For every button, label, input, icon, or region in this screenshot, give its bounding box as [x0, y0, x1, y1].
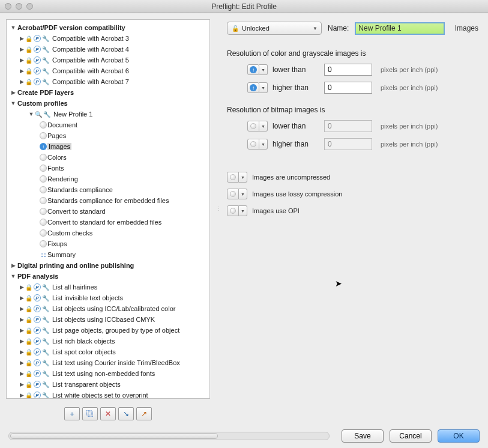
tree-item[interactable]: ▶🔒P🔧Compatible with Acrobat 6 — [8, 65, 209, 76]
tree-item[interactable]: ▶🔒P🔧List rich black objects — [8, 336, 209, 347]
tree-subitem[interactable]: Custom checks — [8, 228, 209, 238]
tree-item[interactable]: ▶🔒P🔧List white objects set to overprint — [8, 390, 209, 399]
tree-group-digital-printing[interactable]: ▶ Digital printing and online publishing — [8, 260, 209, 271]
tree-item[interactable]: ▶🔒P🔧List text using Courier inside Trim/… — [8, 357, 209, 368]
add-button[interactable]: ＋ — [64, 407, 80, 420]
tree-subitem[interactable]: Document — [8, 120, 209, 130]
disclosure-triangle-icon[interactable]: ▶ — [19, 79, 25, 85]
disclosure-triangle-icon[interactable]: ▶ — [19, 68, 25, 74]
tree-item-profile[interactable]: ▼ 🔍 🔧 New Profile 1 — [8, 109, 209, 120]
tree-subitem[interactable]: ↕Images — [8, 141, 209, 152]
tree-group-custom-profiles[interactable]: ▼ Custom profiles — [8, 98, 209, 109]
disclosure-triangle-icon[interactable]: ▼ — [10, 100, 16, 106]
severity-dropdown[interactable]: ▼ — [259, 64, 268, 75]
tree-item[interactable]: ▶🔒P🔧Compatible with Acrobat 7 — [8, 76, 209, 87]
severity-dropdown[interactable]: ▼ — [259, 82, 268, 93]
cancel-button[interactable]: Cancel — [390, 429, 432, 443]
disclosure-triangle-icon[interactable]: ▶ — [19, 381, 25, 387]
tree-subitem[interactable]: Rendering — [8, 174, 209, 184]
tree-item[interactable]: ▶🔒P🔧Compatible with Acrobat 3 — [8, 33, 209, 44]
disclosure-triangle-icon[interactable]: ▶ — [19, 338, 25, 344]
tree-item-label: List rich black objects — [52, 338, 115, 345]
pane-resizer[interactable]: ⋮ — [216, 19, 221, 399]
disclosure-triangle-icon[interactable]: ▼ — [10, 273, 16, 279]
disclosure-triangle-icon[interactable]: ▶ — [19, 360, 25, 366]
severity-button[interactable] — [227, 189, 239, 199]
tree-subitem[interactable]: ☷Summary — [8, 249, 209, 260]
tree-subitem[interactable]: Convert to standard — [8, 206, 209, 217]
profile-icon: P — [34, 359, 41, 366]
duplicate-button[interactable]: ⿻ — [82, 407, 98, 420]
res-color-higher-input[interactable] — [324, 82, 372, 94]
severity-button[interactable]: ↕ — [247, 64, 259, 75]
chk-uncompressed-row: ▼ Images are uncompressed — [227, 172, 478, 183]
tree-item[interactable]: ▶🔒P🔧List spot color objects — [8, 347, 209, 357]
group-label: Digital printing and online publishing — [17, 262, 134, 269]
tree-subitem[interactable]: Standards compliance — [8, 184, 209, 195]
tree-group-pdf-analysis[interactable]: ▼ PDF analysis — [8, 271, 209, 282]
tree-subitem[interactable]: Fixups — [8, 238, 209, 249]
tree-subitem[interactable]: Colors — [8, 152, 209, 163]
lock-icon: 🔒 — [25, 391, 33, 399]
export-button[interactable]: ↗ — [136, 407, 152, 420]
tree-item[interactable]: ▶🔒P🔧List page objects, grouped by type o… — [8, 325, 209, 336]
tree-item-label: List text using non-embedded fonts — [52, 370, 155, 377]
severity-button[interactable] — [227, 172, 239, 183]
disclosure-triangle-icon[interactable]: ▶ — [19, 392, 25, 398]
tree-item[interactable]: ▶🔒P🔧List all hairlines — [8, 282, 209, 292]
severity-dropdown[interactable]: ▼ — [239, 172, 247, 183]
disclosure-triangle-icon[interactable]: ▶ — [19, 295, 25, 301]
tree-item[interactable]: ▶🔒P🔧List transparent objects — [8, 379, 209, 390]
res-color-lower-row: ↕ ▼ lower than pixels per inch (ppi) — [247, 64, 478, 76]
disclosure-triangle-icon[interactable]: ▼ — [10, 25, 16, 31]
tree-item[interactable]: ▶🔒P🔧List invisible text objects — [8, 292, 209, 303]
chk-opi-row: ▼ Images use OPI — [227, 205, 478, 216]
disclosure-triangle-icon[interactable]: ▶ — [19, 349, 25, 355]
severity-button[interactable] — [227, 205, 239, 216]
tree-subitem[interactable]: Pages — [8, 130, 209, 141]
disclosure-triangle-icon[interactable]: ▶ — [19, 284, 25, 290]
disclosure-triangle-icon[interactable]: ▶ — [19, 46, 25, 52]
disclosure-triangle-icon[interactable]: ▼ — [28, 111, 34, 117]
profile-icon: P — [34, 283, 41, 291]
wrench-icon: 🔧 — [41, 348, 50, 356]
save-button[interactable]: Save — [342, 429, 384, 443]
severity-button[interactable] — [247, 139, 259, 150]
res-color-lower-input[interactable] — [324, 64, 372, 76]
disclosure-triangle-icon[interactable]: ▶ — [19, 316, 25, 322]
tree-item[interactable]: ▶🔒P🔧Compatible with Acrobat 5 — [8, 55, 209, 65]
profile-tree[interactable]: ▼ Acrobat/PDF version compatibility ▶🔒P🔧… — [6, 19, 210, 399]
severity-dropdown[interactable]: ▼ — [239, 205, 247, 216]
severity-button[interactable] — [247, 121, 259, 132]
tree-subitem[interactable]: Fonts — [8, 163, 209, 174]
profile-name-input[interactable] — [355, 22, 445, 35]
ok-button[interactable]: OK — [438, 429, 480, 443]
lock-icon: 🔒 — [25, 380, 33, 389]
severity-dropdown[interactable]: ▼ — [259, 121, 268, 132]
group-label: Custom profiles — [17, 100, 68, 107]
tree-group-create-layers[interactable]: ▶ Create PDF layers — [8, 87, 209, 98]
disclosure-triangle-icon[interactable]: ▶ — [19, 35, 25, 41]
tree-item[interactable]: ▶🔒P🔧List objects using ICCbased CMYK — [8, 314, 209, 325]
tree-group-compatibility[interactable]: ▼ Acrobat/PDF version compatibility — [8, 22, 209, 33]
disclosure-triangle-icon[interactable]: ▶ — [19, 57, 25, 63]
lock-state-select[interactable]: 🔓 Unlocked ▼ — [227, 22, 322, 35]
tree-item[interactable]: ▶🔒P🔧List text using non-embedded fonts — [8, 368, 209, 379]
disclosure-triangle-icon[interactable]: ▶ — [19, 306, 25, 312]
disclosure-triangle-icon[interactable]: ▶ — [19, 371, 25, 377]
severity-dropdown[interactable]: ▼ — [259, 139, 268, 150]
delete-button[interactable]: ✕ — [100, 407, 116, 420]
horizontal-scrollbar[interactable] — [8, 432, 330, 440]
tree-item[interactable]: ▶🔒P🔧List objects using ICC/Lab/calibrate… — [8, 303, 209, 314]
tree-subitem[interactable]: Convert to standard for embedded files — [8, 217, 209, 228]
disclosure-triangle-icon[interactable]: ▶ — [19, 327, 25, 333]
tree-item[interactable]: ▶🔒P🔧Compatible with Acrobat 4 — [8, 44, 209, 55]
import-button[interactable]: ↘ — [118, 407, 134, 420]
disclosure-triangle-icon[interactable]: ▶ — [10, 89, 16, 95]
severity-dropdown[interactable]: ▼ — [239, 189, 247, 199]
severity-button[interactable]: ↕ — [247, 82, 259, 93]
disclosure-triangle-icon[interactable]: ▶ — [10, 262, 16, 268]
tree-subitem[interactable]: Standards compliance for embedded files — [8, 195, 209, 206]
dot-icon — [40, 208, 47, 215]
tree-item-label: Fonts — [47, 165, 64, 172]
